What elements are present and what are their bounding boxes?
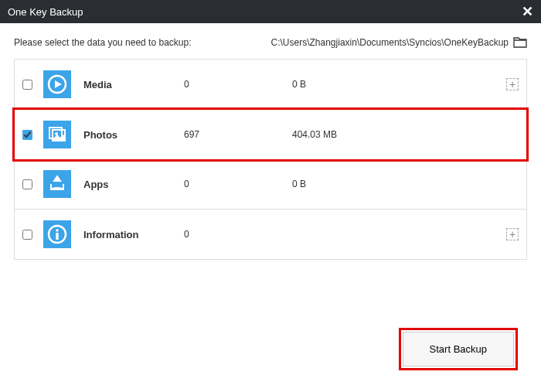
row-count: 0 (184, 179, 292, 189)
apps-icon (43, 170, 71, 198)
row-count: 0 (184, 79, 292, 90)
add-icon[interactable]: + (506, 78, 519, 90)
checkbox-information[interactable] (22, 230, 32, 240)
checkbox-media[interactable] (22, 80, 32, 90)
list-row-apps[interactable]: Apps00 B (15, 159, 526, 210)
row-name: Photos (83, 129, 184, 141)
svg-marker-1 (55, 80, 62, 88)
titlebar: One Key Backup ✕ (0, 0, 541, 23)
checkbox-apps[interactable] (22, 179, 32, 189)
info-icon (43, 220, 71, 248)
window-title: One Key Backup (8, 6, 83, 18)
folder-icon[interactable] (513, 37, 527, 48)
row-name: Media (83, 79, 184, 90)
row-size: 0 B (292, 79, 400, 90)
list-row-media[interactable]: Media00 B+ (15, 60, 526, 110)
prompt-text: Please select the data you need to backu… (14, 37, 192, 48)
row-name: Information (83, 229, 184, 240)
add-icon[interactable]: + (506, 228, 519, 240)
row-size: 404.03 MB (292, 129, 400, 140)
list-row-photos[interactable]: Photos697404.03 MB (12, 107, 529, 162)
svg-point-3 (55, 132, 58, 135)
start-backup-button[interactable]: Start Backup (403, 332, 514, 366)
checkbox-photos[interactable] (22, 130, 32, 140)
media-icon (43, 70, 71, 98)
svg-point-6 (56, 229, 59, 232)
row-name: Apps (83, 179, 184, 190)
svg-rect-7 (56, 233, 58, 240)
backup-path: C:\Users\Zhangjiaxin\Documents\Syncios\O… (271, 37, 509, 48)
row-count: 0 (184, 229, 292, 240)
row-size: 0 B (292, 179, 400, 189)
close-icon[interactable]: ✕ (522, 3, 533, 20)
list-row-information[interactable]: Information0+ (15, 210, 526, 259)
photos-icon (43, 121, 71, 148)
row-count: 697 (184, 129, 292, 140)
backup-list: Media00 B+Photos697404.03 MBApps00 BInfo… (14, 59, 527, 260)
